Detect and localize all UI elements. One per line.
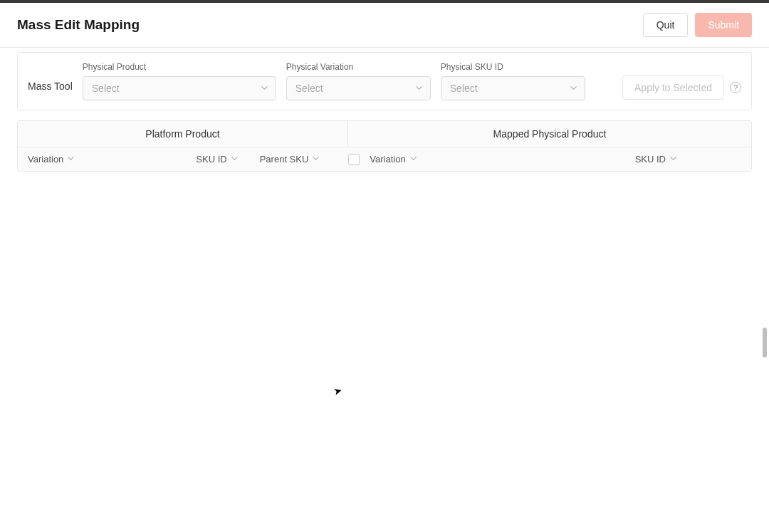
physical-product-select[interactable]: Select bbox=[83, 76, 276, 100]
chevron-down-icon bbox=[570, 83, 577, 94]
physical-sku-field: Physical SKU ID Select bbox=[441, 62, 585, 100]
col-sku-right[interactable]: SKU ID bbox=[635, 154, 677, 165]
physical-variation-select[interactable]: Select bbox=[286, 76, 431, 100]
chevron-down-icon bbox=[67, 154, 75, 165]
mapped-product-group: Mapped Physical Product bbox=[348, 121, 751, 147]
page-header: Mass Edit Mapping Quit Submit bbox=[0, 3, 769, 48]
mass-tool-label: Mass Tool bbox=[28, 71, 73, 92]
physical-variation-label: Physical Variation bbox=[286, 62, 431, 72]
apply-wrap: Apply to Selected ? bbox=[622, 63, 741, 100]
chevron-down-icon bbox=[415, 83, 423, 94]
chevron-down-icon bbox=[231, 154, 239, 165]
mass-tool-bar: Mass Tool Physical Product Select Physic… bbox=[17, 52, 752, 110]
scrollbar-thumb[interactable] bbox=[763, 328, 767, 358]
chevron-down-icon bbox=[409, 154, 417, 165]
help-icon[interactable]: ? bbox=[730, 82, 741, 93]
chevron-down-icon bbox=[312, 154, 320, 165]
content-area: Mass Tool Physical Product Select Physic… bbox=[0, 52, 769, 172]
col-variation-right[interactable]: Variation bbox=[370, 154, 417, 165]
submit-button[interactable]: Submit bbox=[695, 13, 752, 37]
platform-product-group: Platform Product bbox=[18, 121, 348, 147]
chevron-down-icon bbox=[669, 154, 677, 165]
physical-product-label: Physical Product bbox=[83, 62, 276, 72]
chevron-down-icon bbox=[261, 83, 268, 94]
col-parent-sku[interactable]: Parent SKU bbox=[260, 154, 320, 165]
mapping-table: Platform Product Mapped Physical Product… bbox=[17, 120, 752, 172]
col-variation-right-label: Variation bbox=[370, 154, 405, 165]
physical-sku-placeholder: Select bbox=[450, 83, 478, 94]
quit-button[interactable]: Quit bbox=[643, 13, 689, 37]
physical-variation-field: Physical Variation Select bbox=[286, 62, 431, 100]
physical-variation-placeholder: Select bbox=[295, 83, 323, 94]
page-title: Mass Edit Mapping bbox=[17, 17, 140, 33]
physical-sku-select[interactable]: Select bbox=[441, 76, 585, 100]
cursor-icon: ➤ bbox=[333, 385, 344, 398]
col-sku-left-label: SKU ID bbox=[196, 154, 226, 165]
physical-sku-label: Physical SKU ID bbox=[441, 62, 585, 72]
apply-to-selected-button[interactable]: Apply to Selected bbox=[622, 75, 724, 100]
table-group-row: Platform Product Mapped Physical Product bbox=[18, 121, 751, 147]
physical-product-placeholder: Select bbox=[92, 83, 120, 94]
col-sku-right-label: SKU ID bbox=[635, 154, 666, 165]
header-actions: Quit Submit bbox=[643, 13, 752, 37]
physical-product-field: Physical Product Select bbox=[83, 62, 276, 100]
col-variation-left-label: Variation bbox=[28, 154, 63, 165]
col-variation-left[interactable]: Variation bbox=[28, 154, 75, 165]
col-parent-sku-label: Parent SKU bbox=[260, 154, 309, 165]
table-column-row: Variation SKU ID Parent SKU bbox=[18, 147, 751, 171]
col-sku-left[interactable]: SKU ID bbox=[196, 154, 238, 165]
select-all-checkbox[interactable] bbox=[348, 154, 360, 165]
